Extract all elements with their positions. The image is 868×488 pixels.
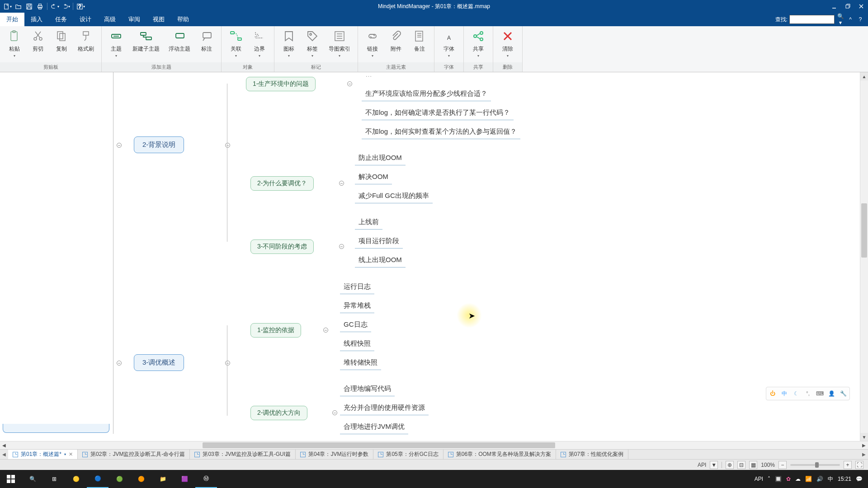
redo-icon[interactable]: ▾: [61, 2, 70, 11]
tray-wifi-icon[interactable]: 📶: [805, 476, 812, 482]
node-production-problems[interactable]: 1-生产环境中的问题: [246, 77, 316, 91]
collapse-handle[interactable]: [225, 361, 230, 366]
save-icon[interactable]: [24, 2, 33, 11]
leaf-partial[interactable]: …: [362, 72, 376, 81]
leaf[interactable]: 防止出现OOM: [355, 152, 406, 165]
leaf[interactable]: 运行日志: [340, 281, 374, 294]
search-icon[interactable]: 🔍: [22, 470, 43, 488]
search-input[interactable]: [789, 15, 835, 24]
tray-ime-icon[interactable]: 中: [828, 475, 833, 483]
moon-icon[interactable]: ☾: [792, 389, 801, 398]
notes-button[interactable]: 备注: [408, 28, 431, 54]
leaf[interactable]: 上线前: [355, 216, 382, 230]
attach-button[interactable]: 附件: [384, 28, 408, 54]
canvas[interactable]: 2-背景说明 3-调优概述 1-生产环境中的问题 2-为什么要调优？ 3-不同阶…: [0, 72, 860, 441]
callout-button[interactable]: 标注: [195, 28, 218, 54]
tray-expand-icon[interactable]: ˄: [768, 476, 770, 482]
leaf[interactable]: 线程快照: [340, 338, 374, 351]
user-icon[interactable]: 👤: [827, 389, 836, 398]
leaf[interactable]: 减少Full GC出现的频率: [355, 190, 433, 203]
boundary-button[interactable]: 边界▾: [248, 28, 271, 59]
leaf[interactable]: GC日志: [340, 319, 371, 332]
view-mode-icon[interactable]: ▦: [749, 461, 757, 469]
index-button[interactable]: 导图索引▾: [324, 28, 355, 59]
scroll-left-icon[interactable]: ◀: [0, 443, 8, 448]
doc-tab-02[interactable]: 第02章：JVM监控及诊断工具-命令行篇: [78, 450, 190, 459]
doc-tab-03[interactable]: 第03章：JVM监控及诊断工具-GUI篇: [190, 450, 296, 459]
keyboard-icon[interactable]: ⌨: [815, 389, 824, 398]
wrench-icon[interactable]: 🔧: [839, 389, 848, 398]
leaf[interactable]: 合理地进行JVM调优: [340, 421, 408, 434]
tray-app-icon[interactable]: 🔲: [775, 476, 782, 482]
zoom-slider[interactable]: [790, 464, 840, 466]
collapse-ribbon-icon[interactable]: ^: [846, 16, 854, 23]
app-chrome2-icon[interactable]: 🔵: [87, 470, 108, 488]
paste-button[interactable]: 粘贴▾: [3, 28, 26, 59]
new-file-icon[interactable]: ▾: [3, 2, 12, 11]
expand-handle[interactable]: [117, 143, 122, 148]
print-icon[interactable]: [35, 2, 44, 11]
binoculars-icon[interactable]: 🔍▾: [836, 13, 844, 26]
scroll-right-icon[interactable]: ▶: [860, 443, 868, 448]
leaf[interactable]: 充分并合理的使用硬件资源: [340, 402, 429, 415]
minimize-button[interactable]: [827, 0, 841, 13]
cut-button[interactable]: 剪切: [26, 28, 50, 54]
scroll-thumb[interactable]: [861, 203, 867, 258]
float-topic-button[interactable]: 浮动主题: [164, 28, 195, 54]
node-why-tuning[interactable]: 2-为什么要调优？: [250, 176, 314, 191]
collapse-handle[interactable]: [225, 143, 230, 148]
font-button[interactable]: A字体▾: [437, 28, 461, 59]
leaf[interactable]: 项目运行阶段: [355, 235, 403, 249]
collapse-handle[interactable]: [332, 410, 337, 415]
doc-tab-05[interactable]: 第05章：分析GC日志: [373, 450, 443, 459]
collapse-handle[interactable]: [323, 328, 328, 333]
menu-design[interactable]: 设计: [73, 13, 98, 26]
format-brush-button[interactable]: 格式刷: [73, 28, 99, 54]
scroll-thumb[interactable]: [203, 442, 555, 448]
app-chrome-icon[interactable]: 🟡: [65, 470, 87, 488]
copy-button[interactable]: 复制: [50, 28, 73, 54]
link-button[interactable]: 链接▾: [361, 28, 384, 59]
zoom-in-icon[interactable]: +: [844, 461, 852, 469]
app-explorer-icon[interactable]: 📁: [152, 470, 174, 488]
share-button[interactable]: 共享▾: [467, 28, 490, 59]
vertical-scrollbar[interactable]: ▲ ▼: [860, 72, 868, 441]
doc-tab-07[interactable]: 第07章：性能优化案例: [556, 450, 628, 459]
collapse-handle[interactable]: [347, 81, 352, 86]
start-button[interactable]: [0, 470, 22, 488]
help-circle-icon[interactable]: ?: [856, 16, 864, 23]
api-label[interactable]: API: [698, 462, 706, 468]
leaf[interactable]: 解决OOM: [355, 171, 392, 184]
tray-volume-icon[interactable]: 🔊: [816, 476, 823, 482]
comma-icon[interactable]: °,: [803, 389, 812, 398]
node-stages[interactable]: 3-不同阶段的考虑: [250, 239, 314, 254]
doc-tab-04[interactable]: 第04章：JVM运行时参数: [296, 450, 373, 459]
leaf[interactable]: 不加log，如何确定请求是否执行了某一行代码？: [362, 107, 514, 120]
leaf[interactable]: 合理地编写代码: [340, 383, 395, 396]
tray-notifications-icon[interactable]: 💬: [856, 476, 863, 482]
tab-dropdown-icon[interactable]: ▾: [64, 452, 66, 456]
node-tuning-overview[interactable]: 3-调优概述: [134, 354, 184, 371]
doc-tab-01[interactable]: 第01章：概述篇*▾✕: [8, 450, 78, 459]
app-firefox-icon[interactable]: 🟠: [130, 470, 152, 488]
zoom-slider-thumb[interactable]: [815, 462, 819, 468]
node-background[interactable]: 2-背景说明: [134, 136, 184, 153]
leaf[interactable]: 线上出现OOM: [355, 254, 406, 267]
zoom-fit-icon[interactable]: ⊕: [726, 461, 734, 469]
node-monitoring-basis[interactable]: 1-监控的依据: [250, 323, 301, 338]
node-partial[interactable]: [3, 424, 109, 433]
tray-cloud-icon[interactable]: ☁: [795, 476, 801, 482]
icons-button[interactable]: 图标▾: [277, 28, 301, 59]
menu-task[interactable]: 任务: [49, 13, 73, 26]
fullscreen-icon[interactable]: ⛶: [855, 461, 863, 469]
leaf[interactable]: 异常堆栈: [340, 300, 374, 313]
topic-button[interactable]: 主题▾: [104, 28, 128, 59]
doc-tab-06[interactable]: 第06章：OOM常见各种场景及解决方案: [443, 450, 556, 459]
app-edge-icon[interactable]: 🟢: [108, 470, 130, 488]
scroll-down-icon[interactable]: ▼: [860, 433, 868, 441]
menu-help[interactable]: 帮助: [171, 13, 195, 26]
close-button[interactable]: [854, 0, 868, 13]
menu-view[interactable]: 视图: [146, 13, 171, 26]
menu-start[interactable]: 开始: [0, 13, 24, 26]
node-tuning-direction[interactable]: 2-调优的大方向: [250, 406, 307, 420]
